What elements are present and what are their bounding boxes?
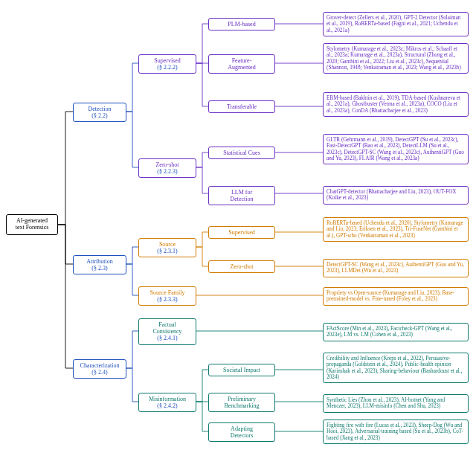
label: PreliminaryBenchmarking [224,396,259,409]
node-factual-consistency: FactualConsistency (§ 2.4.1) [138,318,196,345]
section-link[interactable]: (§ 2.4.2) [157,402,177,409]
refs: ChatGPT-detector (Bhattacharjee and Liu,… [327,189,457,201]
node-source-supervised: Supervised [208,226,275,239]
label: FactualConsistency [152,321,181,335]
refs: RoBERTa-based (Uchendu et al., 2020), St… [327,220,463,239]
node-societal-impact: Societal Impact [208,364,275,376]
leaf-feature: Stylometry (Kumarage et al., 2023c; Mikr… [323,43,469,74]
section-link[interactable]: (§ 2.2.2) [157,64,177,71]
leaf-plm: Grover-detect (Zellers et al., 2020), GP… [323,12,469,36]
node-attribution: Attribution (§ 2.3) [73,255,126,274]
refs: Propriety vs Open-source (Kumarage and L… [327,290,454,302]
node-adapting-detectors: AdaptingDetectors [208,422,275,442]
root-label: AI-generatedtext Forensics [16,217,49,231]
section-link[interactable]: (§ 2.4) [91,369,107,376]
section-link[interactable]: (§ 2.4.1) [157,335,177,341]
section-link[interactable]: (§ 2.2.3) [157,168,177,175]
leaf-source-supervised: RoBERTa-based (Uchendu et al., 2020), St… [323,217,469,242]
label: AdaptingDetectors [231,425,254,439]
label: Supervised [154,57,181,64]
refs: FActScore (Min et al., 2023), Factcheck-… [327,326,452,338]
label: Misinformation [149,396,186,402]
refs: DetectGPT-SC (Wang et al., 2023c), Authe… [327,262,464,274]
node-plm-based: PLM-based [208,18,275,30]
label: Statistical Cues [223,150,260,156]
section-link[interactable]: (§ 2.3.1) [157,248,177,254]
label: Societal Impact [223,367,260,373]
label: Characterization [80,362,120,369]
leaf-prelim: Synthetic Lies (Zhou et al., 2023), AI-b… [323,394,469,413]
node-statistical-cues: Statistical Cues [208,147,275,159]
refs: Synthetic Lies (Zhou et al., 2023), AI-b… [327,397,445,409]
refs: Grover-detect (Zellers et al., 2020), GP… [327,15,460,33]
refs: Fighting fire with fire (Lucas et al., 2… [327,422,463,441]
node-characterization: Characterization (§ 2.4) [73,359,126,379]
node-detection: Detection (§ 2.2) [73,103,126,122]
refs: GLTR (Gehrmann et al., 2019), DetectGPT … [327,137,464,161]
root-node: AI-generatedtext Forensics [6,214,58,235]
section-link[interactable]: (§ 2.3) [91,265,107,271]
leaf-source-family: Propriety vs Open-source (Kumarage and L… [323,287,469,306]
node-feature-augmented: Feature-Augmented [208,54,275,74]
label: LLM forDetection [230,189,253,202]
label: Source [159,241,176,248]
label: Attribution [86,258,113,265]
leaf-societal: Credibility and Influence (Kreps et al.,… [323,353,469,383]
taxonomy-diagram: { "root": { "label": "AI-generated\ntext… [0,0,476,450]
refs: EBM-based (Bakhtin et al., 2019), TDA-ba… [327,95,460,114]
section-link[interactable]: (§ 2.3.3) [157,296,177,303]
leaf-adapting: Fighting fire with fire (Lucas et al., 2… [323,420,469,444]
leaf-source-zeroshot: DetectGPT-SC (Wang et al., 2023c), Authe… [323,259,469,277]
label: Detection [88,106,111,112]
node-transferable: Transferable [208,100,275,113]
node-llm-for-detection: LLM forDetection [208,186,275,205]
node-misinformation: Misinformation (§ 2.4.2) [138,393,196,412]
refs: Credibility and Influence (Kreps et al.,… [327,356,462,380]
refs: Stylometry (Kumarage et al., 2023c; Mikr… [327,46,461,71]
label: Source Family [150,289,185,296]
leaf-statistical-cues: GLTR (Gehrmann et al., 2019), DetectGPT … [323,134,469,164]
node-preliminary-benchmarking: PreliminaryBenchmarking [208,393,275,412]
label: Zero-shot [155,161,178,168]
label: Transferable [227,103,257,110]
leaf-factual: FActScore (Min et al., 2023), Factcheck-… [323,323,469,341]
section-link[interactable]: (§ 2.2) [91,112,107,119]
node-source: Source (§ 2.3.1) [138,238,196,257]
leaf-llm-for-detection: ChatGPT-detector (Bhattacharjee and Liu,… [323,186,469,205]
label: Zero-shot [230,263,253,270]
node-supervised: Supervised (§ 2.2.2) [138,54,196,74]
label: Supervised [228,229,255,236]
label: PLM-based [228,21,255,28]
node-source-zeroshot: Zero-shot [208,260,275,273]
label: Feature-Augmented [228,57,255,71]
node-source-family: Source Family (§ 2.3.3) [138,286,196,306]
leaf-transferable: EBM-based (Bakhtin et al., 2019), TDA-ba… [323,92,469,117]
node-zeroshot-detection: Zero-shot (§ 2.2.3) [138,158,196,178]
